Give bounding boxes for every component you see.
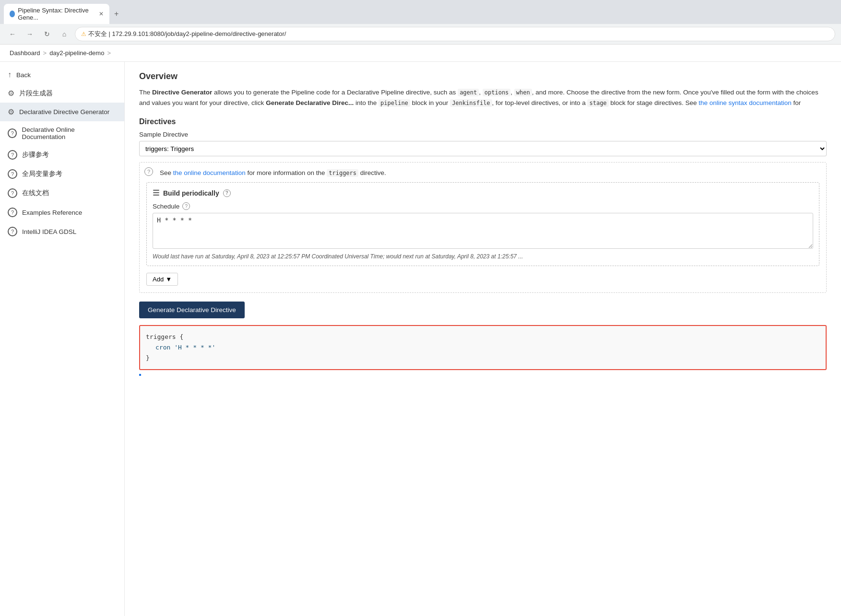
app: Dashboard > day2-pipeline-demo > ↑ Back …	[0, 45, 841, 616]
breadcrumb-sep-2: >	[107, 49, 111, 57]
add-button-label: Add	[153, 276, 164, 283]
question-icon-online-docs: ?	[8, 128, 17, 138]
agent-code: agent	[458, 89, 479, 96]
sidebar-item-snippet-generator[interactable]: ⚙ 片段生成器	[0, 84, 124, 103]
schedule-info: Would last have run at Saturday, April 8…	[153, 253, 813, 260]
tab-title: Pipeline Syntax: Directive Gene...	[18, 7, 93, 21]
trigger-header: ☰ Build periodically ?	[153, 188, 813, 198]
code-line-1: triggers {	[146, 332, 820, 342]
sidebar-item-inline-docs[interactable]: ? 在线文档	[0, 184, 124, 203]
directives-title: Directives	[139, 117, 827, 126]
generate-button-label: Generate Declarative Directive	[148, 306, 236, 314]
directive-generator-bold: Directive Generator	[152, 89, 212, 96]
breadcrumb: Dashboard > day2-pipeline-demo >	[0, 45, 841, 62]
main-layout: ↑ Back ⚙ 片段生成器 ⚙ Declarative Directive G…	[0, 62, 841, 616]
gear-icon-snippet: ⚙	[8, 89, 14, 98]
sidebar-snippet-label: 片段生成器	[19, 89, 53, 98]
when-code: when	[514, 89, 532, 96]
sidebar-examples-label: Examples Reference	[22, 209, 82, 216]
code-output-block: triggers { cron 'H * * * *' }	[139, 325, 827, 370]
tab-bar: Pipeline Syntax: Directive Gene... ✕ +	[0, 0, 841, 24]
breadcrumb-dashboard[interactable]: Dashboard	[10, 49, 40, 57]
sidebar-item-step-reference[interactable]: ? 步骤参考	[0, 145, 124, 164]
sidebar-intellij-label: IntelliJ IDEA GDSL	[22, 228, 76, 235]
question-icon-inline-docs: ?	[8, 188, 17, 198]
sample-directive-label: Sample Directive	[139, 131, 827, 138]
schedule-label: Schedule ?	[153, 202, 813, 210]
sidebar: ↑ Back ⚙ 片段生成器 ⚙ Declarative Directive G…	[0, 62, 125, 616]
reload-button[interactable]: ↻	[40, 27, 54, 41]
online-documentation-link[interactable]: the online documentation	[173, 169, 246, 176]
sidebar-item-online-docs[interactable]: ? Declarative Online Documentation	[0, 121, 124, 145]
triggers-code: triggers	[327, 169, 358, 177]
breadcrumb-pipeline-demo[interactable]: day2-pipeline-demo	[49, 49, 104, 57]
jenkinsfile-code: Jenkinsfile	[450, 99, 492, 107]
home-button[interactable]: ⌂	[58, 27, 71, 41]
sidebar-back-label: Back	[16, 71, 31, 79]
new-tab-button[interactable]: +	[109, 7, 123, 21]
add-chevron-icon: ▼	[166, 276, 172, 283]
url-text: 不安全 | 172.29.9.101:8080/job/day2-pipelin…	[88, 30, 286, 38]
question-icon-examples: ?	[8, 208, 17, 217]
schedule-help-badge[interactable]: ?	[182, 202, 190, 210]
directive-block: ? See the online documentation for more …	[139, 162, 827, 293]
tab-favicon	[10, 11, 15, 17]
breadcrumb-sep-1: >	[43, 49, 47, 57]
build-help-badge[interactable]: ?	[223, 189, 231, 197]
sidebar-inline-docs-label: 在线文档	[22, 189, 49, 198]
sidebar-item-intellij-gdsl[interactable]: ? IntelliJ IDEA GDSL	[0, 222, 124, 241]
browser-chrome: Pipeline Syntax: Directive Gene... ✕ + ←…	[0, 0, 841, 45]
content-area: Overview The Directive Generator allows …	[125, 62, 841, 616]
sidebar-directive-label: Declarative Directive Generator	[19, 108, 109, 116]
drag-handle-icon: ☰	[153, 188, 159, 198]
back-arrow-icon: ↑	[8, 70, 12, 79]
sidebar-item-examples-ref[interactable]: ? Examples Reference	[0, 203, 124, 222]
online-syntax-link[interactable]: the online syntax documentation	[699, 99, 792, 106]
address-bar: ← → ↻ ⌂ ⚠ 不安全 | 172.29.9.101:8080/job/da…	[0, 24, 841, 44]
generate-directive-button[interactable]: Generate Declarative Directive	[139, 302, 245, 318]
tab-close-button[interactable]: ✕	[99, 11, 104, 17]
overview-title: Overview	[139, 71, 827, 81]
question-icon-global-var: ?	[8, 169, 17, 179]
schedule-textarea[interactable]: H * * * *	[153, 213, 813, 249]
active-tab[interactable]: Pipeline Syntax: Directive Gene... ✕	[4, 4, 109, 24]
forward-nav-button[interactable]: →	[23, 27, 36, 41]
sidebar-online-docs-label: Declarative Online Documentation	[22, 126, 117, 140]
back-nav-button[interactable]: ←	[6, 27, 19, 41]
question-icon-step-ref: ?	[8, 150, 17, 160]
code-line-3: }	[146, 353, 820, 363]
overview-paragraph: The Directive Generator allows you to ge…	[139, 87, 827, 108]
directive-info-text: See the online documentation for more in…	[146, 169, 819, 176]
sidebar-step-ref-label: 步骤参考	[22, 151, 49, 159]
security-icon: ⚠	[81, 31, 86, 37]
blue-cursor-line	[139, 374, 141, 376]
url-input[interactable]: ⚠ 不安全 | 172.29.9.101:8080/job/day2-pipel…	[75, 27, 835, 41]
generate-bold: Generate Declarative Direc...	[266, 99, 354, 106]
sidebar-item-declarative-directive[interactable]: ⚙ Declarative Directive Generator	[0, 103, 124, 121]
trigger-section: ☰ Build periodically ? Schedule ? H * * …	[146, 182, 819, 266]
stage-code: stage	[587, 99, 608, 107]
pipeline-code: pipeline	[379, 99, 410, 107]
add-trigger-button[interactable]: Add ▼	[146, 273, 178, 286]
sidebar-item-back[interactable]: ↑ Back	[0, 66, 124, 84]
sample-directive-select[interactable]: triggers: Triggers	[139, 141, 827, 156]
build-periodically-label: Build periodically	[163, 189, 219, 197]
sidebar-global-var-label: 全局变量参考	[22, 170, 62, 178]
gear-icon-directive: ⚙	[8, 107, 14, 116]
code-line-2: cron 'H * * * *'	[155, 342, 820, 353]
sidebar-item-global-var[interactable]: ? 全局变量参考	[0, 164, 124, 184]
question-icon-intellij: ?	[8, 227, 17, 236]
options-code: options	[483, 89, 511, 96]
schedule-text: Schedule	[153, 203, 179, 210]
